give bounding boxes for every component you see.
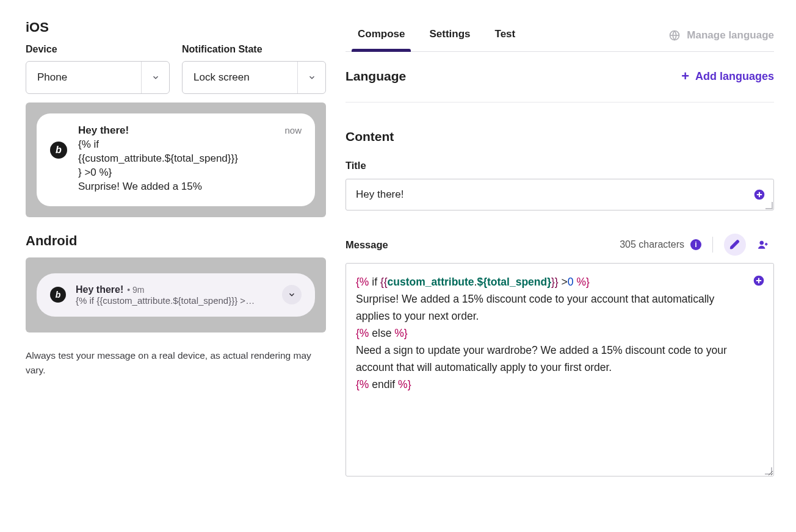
android-preview-time: • 9m <box>127 285 144 295</box>
separator <box>712 237 713 253</box>
content-heading: Content <box>346 129 774 144</box>
device-dropdown[interactable]: Phone <box>26 61 170 94</box>
android-expand-button[interactable] <box>282 285 302 304</box>
tabs: Compose Settings Test Manage language <box>346 20 774 52</box>
ios-preview-time: now <box>284 125 302 135</box>
add-user-button[interactable] <box>752 234 774 256</box>
state-value: Lock screen <box>183 62 297 93</box>
app-icon: b <box>50 287 66 303</box>
device-value: Phone <box>26 62 141 93</box>
language-section-title: Language <box>346 69 406 84</box>
edit-button[interactable] <box>724 234 746 256</box>
tab-compose[interactable]: Compose <box>346 20 417 51</box>
state-label: Notification State <box>182 44 326 55</box>
title-input[interactable] <box>346 179 774 210</box>
android-notification-card: b Hey there! • 9m {% if {{custom_attribu… <box>37 273 315 317</box>
ios-notification-card: b Hey there! now {% if {{custom_attribut… <box>37 113 315 206</box>
android-preview-container: b Hey there! • 9m {% if {{custom_attribu… <box>26 257 326 332</box>
ios-preview-title: Hey there! <box>78 124 129 137</box>
tab-settings[interactable]: Settings <box>417 20 482 51</box>
ios-preview-body: {% if {{custom_attribute.${total_spend}}… <box>78 138 302 194</box>
app-icon: b <box>50 142 67 159</box>
android-preview-title: Hey there! <box>76 284 123 295</box>
android-preview-body: {% if {{custom_attribute.${total_spend}}… <box>76 295 272 306</box>
add-languages-button[interactable]: + Add languages <box>681 70 774 83</box>
device-dropdown-toggle[interactable] <box>141 62 169 93</box>
state-dropdown-toggle[interactable] <box>297 62 325 93</box>
chevron-down-icon <box>308 73 316 82</box>
resize-handle[interactable] <box>764 201 773 209</box>
plus-icon: + <box>681 70 689 83</box>
svg-point-5 <box>760 241 764 245</box>
resize-handle[interactable] <box>764 466 772 475</box>
globe-icon <box>668 29 681 41</box>
device-label: Device <box>26 44 170 55</box>
manage-language-button[interactable]: Manage language <box>668 29 774 41</box>
title-label: Title <box>346 160 774 171</box>
ios-preview-container: b Hey there! now {% if {{custom_attribut… <box>26 102 326 217</box>
character-count: 305 characters <box>620 239 684 250</box>
tab-test[interactable]: Test <box>483 20 528 51</box>
message-editor[interactable]: {% if {{custom_attribute.${total_spend}}… <box>346 263 774 476</box>
manage-language-label: Manage language <box>687 29 774 41</box>
chevron-down-icon <box>151 73 160 82</box>
state-dropdown[interactable]: Lock screen <box>182 61 326 94</box>
add-languages-label: Add languages <box>695 70 774 83</box>
add-personalization-button[interactable] <box>753 189 765 201</box>
message-label: Message <box>346 239 388 251</box>
ios-heading: iOS <box>26 20 326 35</box>
android-heading: Android <box>26 233 326 249</box>
info-icon[interactable]: i <box>690 239 701 250</box>
preview-disclaimer: Always test your message on a real devic… <box>26 348 313 378</box>
add-personalization-button[interactable] <box>753 275 765 287</box>
